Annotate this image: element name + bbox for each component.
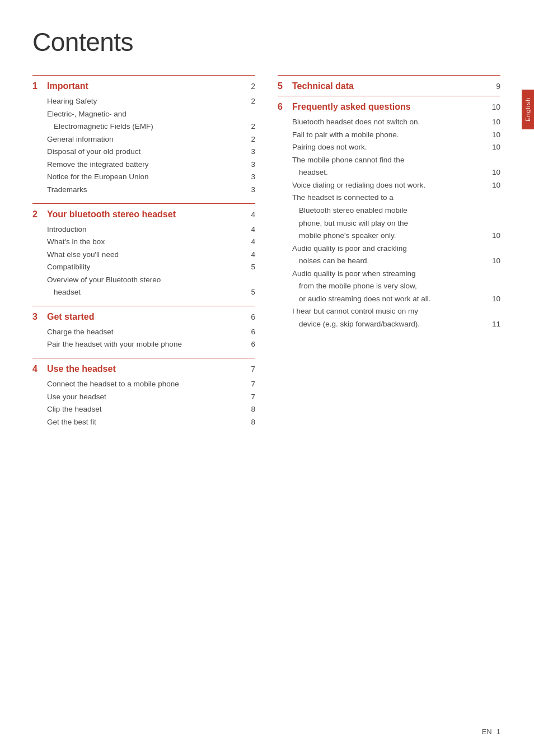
section-divider (32, 306, 255, 306)
toc-item: Compatibility5 (47, 262, 255, 273)
toc-item-page: 5 (244, 263, 255, 271)
toc-item: Audio quality is poor when streaming (292, 268, 500, 279)
section-title: 2Your bluetooth stereo headset (32, 209, 176, 220)
section-header: 6Frequently asked questions10 (278, 102, 500, 112)
section-number: 2 (32, 209, 41, 220)
toc-section-4: 4Use the headset7Connect the headset to … (32, 358, 255, 427)
toc-item-page: 10 (488, 231, 500, 240)
toc-items: Introduction4What's in the box4What else… (32, 224, 255, 298)
toc-item: Trademarks3 (47, 184, 255, 195)
toc-item-label: Disposal of your old product (47, 146, 244, 157)
toc-item-label: The headset is connected to a (292, 192, 500, 203)
toc-item: Bluetooth stereo enabled mobile (292, 205, 500, 216)
toc-item-label: I hear but cannot control music on my (292, 306, 500, 317)
toc-item-page: 10 (488, 143, 500, 151)
toc-item-label: General information (47, 134, 244, 145)
section-divider (278, 75, 500, 76)
toc-item-page: 10 (488, 118, 500, 126)
toc-item-page: 8 (244, 418, 255, 426)
toc-item: Connect the headset to a mobile phone7 (47, 379, 255, 390)
toc-item-page: 2 (244, 135, 255, 143)
toc-item: Clip the headset8 (47, 404, 255, 415)
toc-item-label: What else you'll need (47, 249, 244, 260)
toc-item: Disposal of your old product3 (47, 146, 255, 157)
side-tab-label: English (524, 97, 531, 122)
toc-item: Electromagnetic Fields (EMF)2 (47, 121, 255, 132)
toc-item: device (e.g. skip forward/backward).11 (292, 319, 500, 330)
toc-item-label: Electric-, Magnetic- and (47, 109, 255, 120)
toc-item: Pair the headset with your mobile phone6 (47, 339, 255, 350)
toc-item-page: 6 (244, 328, 255, 336)
toc-item-label: phone, but music will play on the (292, 218, 500, 229)
section-page-number: 2 (244, 82, 255, 91)
toc-item: The mobile phone cannot find the (292, 155, 500, 166)
toc-item-page: 6 (244, 340, 255, 348)
toc-item-label: Remove the integrated battery (47, 159, 244, 170)
section-page-number: 10 (489, 102, 500, 111)
toc-item-label: Connect the headset to a mobile phone (47, 379, 244, 390)
toc-item: Overview of your Bluetooth stereo (47, 274, 255, 286)
toc-item-label: Voice dialing or redialing does not work… (292, 180, 488, 191)
toc-item: phone, but music will play on the (292, 218, 500, 229)
toc-item: Get the best fit8 (47, 417, 255, 428)
toc-item: Hearing Safety2 (47, 96, 255, 107)
toc-item: Bluetooth headset does not switch on.10 (292, 116, 500, 128)
toc-item-page: 10 (488, 256, 500, 265)
toc-item-label: Use your headset (47, 391, 244, 403)
toc-item-page: 4 (244, 250, 255, 259)
toc-items: Bluetooth headset does not switch on.10F… (278, 116, 500, 330)
toc-item: Remove the integrated battery3 (47, 159, 255, 170)
toc-columns: 1Important2Hearing Safety2Electric-, Mag… (32, 75, 500, 435)
toc-item-page: 2 (244, 122, 255, 130)
toc-item-page: 3 (244, 172, 255, 181)
toc-item-label: from the mobile phone is very slow, (292, 281, 500, 292)
toc-item-page: 10 (488, 295, 500, 303)
toc-item: Use your headset7 (47, 391, 255, 403)
toc-item: Pairing does not work.10 (292, 142, 500, 153)
section-divider (278, 96, 500, 96)
section-page-number: 7 (244, 365, 255, 374)
section-title: 5Technical data (278, 81, 354, 91)
toc-right-column: 5Technical data96Frequently asked questi… (278, 75, 500, 435)
section-title: 3Get started (32, 312, 94, 322)
toc-items: Hearing Safety2Electric-, Magnetic- andE… (32, 96, 255, 195)
toc-item-label: The mobile phone cannot find the (292, 155, 500, 166)
toc-item-label: Trademarks (47, 184, 244, 195)
toc-item: General information2 (47, 134, 255, 145)
toc-item-label: noises can be heard. (292, 255, 488, 267)
toc-item-page: 7 (244, 380, 255, 388)
toc-item-label: Audio quality is poor when streaming (292, 268, 500, 279)
page: English Contents 1Important2Hearing Safe… (0, 0, 534, 756)
toc-item: Notice for the European Union3 (47, 171, 255, 183)
section-number: 1 (32, 81, 41, 91)
footer: EN 1 (482, 727, 500, 736)
toc-items: Charge the headset6Pair the headset with… (32, 326, 255, 350)
section-title: 1Important (32, 81, 88, 91)
footer-page: 1 (496, 727, 500, 736)
toc-item: or audio streaming does not work at all.… (292, 293, 500, 305)
toc-section-6: 6Frequently asked questions10Bluetooth h… (278, 96, 500, 330)
toc-item-label: Electromagnetic Fields (EMF) (47, 121, 244, 132)
section-divider (32, 203, 255, 204)
section-name: Important (47, 81, 88, 91)
section-title: 4Use the headset (32, 364, 116, 374)
section-page-number: 4 (244, 210, 255, 219)
section-name: Technical data (292, 81, 354, 91)
section-header: 3Get started6 (32, 312, 255, 322)
toc-item: What's in the box4 (47, 236, 255, 248)
section-number: 3 (32, 312, 41, 322)
toc-item-label: Overview of your Bluetooth stereo (47, 274, 255, 286)
section-header: 4Use the headset7 (32, 364, 255, 374)
toc-item-label: Pair the headset with your mobile phone (47, 339, 244, 350)
toc-item-label: Fail to pair with a mobile phone. (292, 129, 488, 141)
toc-item: I hear but cannot control music on my (292, 306, 500, 317)
toc-item-page: 3 (244, 160, 255, 169)
toc-item-label: Notice for the European Union (47, 171, 244, 183)
section-name: Get started (47, 312, 94, 322)
section-number: 5 (278, 81, 287, 91)
toc-item-page: 10 (488, 181, 500, 189)
toc-item: Voice dialing or redialing does not work… (292, 180, 500, 191)
toc-item-label: headset (47, 287, 244, 298)
toc-left-column: 1Important2Hearing Safety2Electric-, Mag… (32, 75, 255, 435)
section-header: 5Technical data9 (278, 81, 500, 91)
